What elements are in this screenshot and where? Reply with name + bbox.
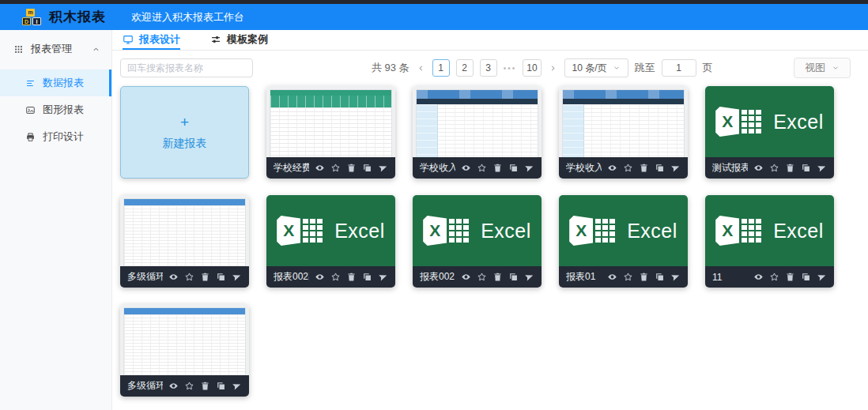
app-header: m D I 积木报表 欢迎进入积木报表工作台: [0, 4, 868, 30]
report-preview: [123, 307, 246, 375]
trash-icon[interactable]: [492, 163, 503, 173]
card-thumbnail[interactable]: XExcel: [705, 86, 834, 157]
report-card[interactable]: XExcel报表002副本2...: [266, 195, 395, 288]
sidebar-item[interactable]: 数据报表: [0, 70, 111, 96]
share-icon[interactable]: [670, 163, 681, 173]
star-icon[interactable]: [623, 272, 633, 282]
share-icon[interactable]: [817, 272, 827, 282]
card-thumbnail[interactable]: XExcel: [266, 195, 395, 266]
sidebar-item[interactable]: 打印设计: [0, 123, 111, 150]
tab-template-examples[interactable]: 模板案例: [210, 30, 268, 50]
report-card[interactable]: 学校收入一览...: [559, 86, 688, 179]
trash-icon[interactable]: [200, 272, 210, 282]
eye-icon[interactable]: [461, 272, 471, 282]
excel-x-icon: X: [715, 107, 739, 137]
copy-icon[interactable]: [655, 272, 665, 282]
chevron-left-icon[interactable]: [416, 64, 426, 73]
report-card[interactable]: XExcel11: [705, 195, 834, 288]
page-button[interactable]: 2: [456, 59, 474, 77]
card-thumbnail[interactable]: [120, 304, 249, 375]
excel-logo: XExcel: [569, 216, 677, 246]
copy-icon[interactable]: [362, 272, 372, 282]
report-card[interactable]: 多级循环表头...: [120, 304, 249, 397]
copy-icon[interactable]: [508, 163, 519, 173]
eye-icon[interactable]: [168, 272, 179, 282]
star-icon[interactable]: [623, 163, 633, 173]
eye-icon[interactable]: [753, 272, 764, 282]
search-input[interactable]: [120, 58, 253, 77]
trash-icon[interactable]: [785, 163, 795, 173]
copy-icon[interactable]: [362, 163, 372, 173]
report-card[interactable]: 学校收入一览...: [413, 86, 542, 179]
share-icon[interactable]: [817, 163, 827, 173]
share-icon[interactable]: [670, 272, 681, 282]
eye-icon[interactable]: [168, 381, 179, 391]
star-icon[interactable]: [330, 272, 341, 282]
view-mode-button[interactable]: 视图: [794, 58, 851, 78]
share-icon[interactable]: [378, 272, 388, 282]
trash-icon[interactable]: [639, 163, 649, 173]
page-button[interactable]: 10: [523, 59, 541, 77]
report-card[interactable]: XExcel测试报表功能: [705, 86, 834, 179]
trash-icon[interactable]: [200, 381, 210, 391]
star-icon[interactable]: [184, 272, 194, 282]
spreadsheet-grid-icon: [742, 219, 761, 243]
card-thumbnail[interactable]: [266, 86, 395, 157]
trash-icon[interactable]: [346, 163, 357, 173]
share-icon[interactable]: [232, 272, 242, 282]
eye-icon[interactable]: [753, 163, 764, 173]
star-icon[interactable]: [769, 272, 779, 282]
page-button[interactable]: 1: [432, 59, 450, 77]
tab-report-design[interactable]: 报表设计: [123, 30, 180, 50]
trash-icon[interactable]: [346, 272, 357, 282]
pagination-ellipsis[interactable]: •••: [504, 64, 517, 73]
star-icon[interactable]: [769, 163, 779, 173]
copy-icon[interactable]: [216, 272, 226, 282]
report-card[interactable]: XExcel报表01: [559, 195, 688, 288]
card-thumbnail[interactable]: [120, 195, 249, 266]
sidebar-item[interactable]: 图形报表: [0, 96, 111, 123]
copy-icon[interactable]: [216, 381, 226, 391]
eye-icon[interactable]: [607, 163, 617, 173]
trash-icon[interactable]: [492, 272, 503, 282]
card-thumbnail[interactable]: XExcel: [705, 195, 834, 266]
page-button[interactable]: 3: [480, 59, 497, 77]
sidebar-group-report-management[interactable]: 报表管理: [0, 30, 111, 56]
share-icon[interactable]: [378, 163, 388, 173]
star-icon[interactable]: [184, 381, 194, 391]
jump-page-input[interactable]: [662, 59, 696, 77]
card-footer: 报表01: [559, 266, 688, 288]
trash-icon[interactable]: [785, 272, 795, 282]
copy-icon[interactable]: [655, 163, 665, 173]
page-size-select[interactable]: 10 条/页: [564, 58, 628, 77]
eye-icon[interactable]: [315, 163, 325, 173]
new-report-card[interactable]: + 新建报表: [120, 86, 249, 179]
report-card[interactable]: 多级循环表头...: [120, 195, 249, 288]
report-card[interactable]: XExcel报表002: [413, 195, 542, 288]
card-title: 测试报表功能: [712, 161, 748, 175]
chevron-right-icon[interactable]: [548, 64, 558, 73]
sidebar-item-label: 图形报表: [43, 103, 84, 117]
card-thumbnail[interactable]: XExcel: [413, 195, 542, 266]
card-thumbnail[interactable]: [413, 86, 542, 157]
copy-icon[interactable]: [508, 272, 519, 282]
card-thumbnail[interactable]: [559, 86, 688, 157]
app-logo[interactable]: m D I 积木报表: [22, 8, 106, 27]
star-icon[interactable]: [477, 272, 487, 282]
eye-icon[interactable]: [315, 272, 325, 282]
tab-label: 模板案例: [227, 32, 268, 47]
share-icon[interactable]: [232, 381, 242, 391]
report-card[interactable]: 学校经费一览...: [266, 86, 395, 179]
copy-icon[interactable]: [801, 272, 811, 282]
spreadsheet-grid-icon: [303, 219, 323, 243]
eye-icon[interactable]: [461, 163, 471, 173]
chevron-up-icon[interactable]: [92, 45, 100, 54]
share-icon[interactable]: [524, 163, 534, 173]
eye-icon[interactable]: [607, 272, 617, 282]
trash-icon[interactable]: [639, 272, 649, 282]
card-thumbnail[interactable]: XExcel: [559, 195, 688, 266]
share-icon[interactable]: [524, 272, 534, 282]
copy-icon[interactable]: [801, 163, 811, 173]
star-icon[interactable]: [330, 163, 341, 173]
star-icon[interactable]: [477, 163, 487, 173]
